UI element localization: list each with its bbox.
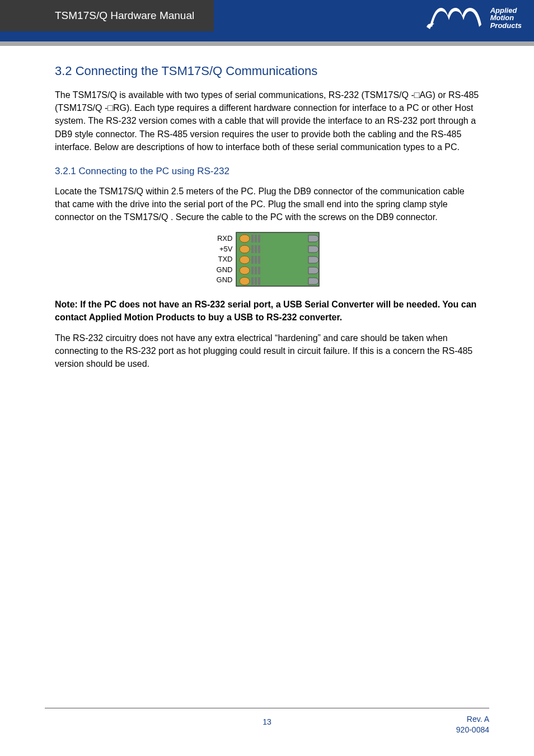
paragraph-rs232-locate: Locate the TSM17S/Q within 2.5 meters of… [55, 185, 481, 224]
page-header: Applied Motion Products TSM17S/Q Hardwar… [0, 0, 534, 41]
svg-rect-8 [258, 245, 260, 253]
svg-rect-19 [255, 277, 257, 285]
brand-line2: Motion [490, 14, 522, 22]
header-right-panel: Applied Motion Products [214, 0, 534, 41]
svg-rect-3 [255, 235, 257, 242]
svg-point-13 [240, 267, 250, 274]
paragraph-hardening: The RS-232 circuitry does not have any e… [55, 332, 481, 371]
page-number: 13 [263, 717, 271, 726]
section-heading-3-2-1: 3.2.1 Connecting to the PC using RS-232 [55, 166, 481, 177]
svg-rect-6 [251, 245, 254, 253]
svg-rect-15 [255, 267, 257, 274]
connector-figure: RXD +5V TXD GND GND [55, 232, 481, 288]
svg-rect-20 [258, 277, 260, 285]
svg-rect-2 [251, 235, 254, 242]
svg-rect-14 [251, 267, 254, 274]
pin-label: GND [217, 275, 233, 286]
pin-label: TXD [217, 254, 233, 265]
svg-rect-7 [255, 245, 257, 253]
pin-label: RXD [217, 234, 233, 244]
brand-mark-icon [425, 3, 487, 32]
brand-line1: Applied [490, 7, 522, 15]
rev-label: Rev. A [456, 714, 489, 725]
page-footer: 13 Rev. A 920-0084 [45, 708, 489, 736]
brand-logo: Applied Motion Products [425, 3, 522, 32]
page: Applied Motion Products TSM17S/Q Hardwar… [0, 0, 534, 756]
paragraph-intro: The TSM17S/Q is available with two types… [55, 88, 481, 153]
brand-line3: Products [490, 22, 522, 30]
svg-rect-12 [258, 256, 260, 264]
content-area: 3.2 Connecting the TSM17S/Q Communicatio… [55, 64, 481, 378]
doc-number: 920-0084 [456, 725, 489, 736]
document-title: TSM17S/Q Hardware Manual [55, 10, 194, 22]
svg-rect-16 [258, 267, 260, 274]
svg-point-5 [240, 245, 250, 253]
svg-point-9 [240, 256, 250, 264]
connector-pin-labels: RXD +5V TXD GND GND [217, 234, 233, 286]
header-gray-strip [0, 41, 534, 46]
svg-point-1 [240, 235, 250, 242]
pin-label: +5V [217, 244, 233, 255]
header-left-panel: TSM17S/Q Hardware Manual [0, 0, 214, 31]
footer-revision: Rev. A 920-0084 [456, 714, 489, 736]
svg-rect-18 [251, 277, 254, 285]
section-heading-3-2: 3.2 Connecting the TSM17S/Q Communicatio… [55, 64, 481, 78]
svg-point-17 [240, 277, 250, 285]
svg-rect-4 [258, 235, 260, 242]
svg-rect-10 [251, 256, 254, 264]
svg-rect-11 [255, 256, 257, 264]
note-usb-converter: Note: If the PC does not have an RS-232 … [55, 298, 481, 324]
pin-label: GND [217, 265, 233, 276]
connector-icon [236, 232, 320, 288]
